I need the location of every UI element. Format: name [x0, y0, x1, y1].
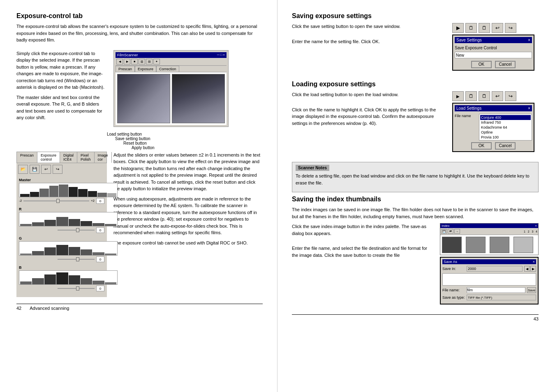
load-dialog-close[interactable]: ×	[528, 106, 530, 111]
g-slider-track: 0	[19, 256, 104, 262]
load-file-label: File name	[455, 114, 477, 118]
index-palette-title: Index	[442, 224, 450, 228]
tab-exposure-main[interactable]: Exposure control	[37, 152, 60, 163]
master-slider-thumb[interactable]	[56, 199, 60, 203]
scanner-preview-area	[117, 74, 225, 123]
master-value[interactable]: 0	[96, 198, 104, 204]
file-item-provia[interactable]: Provia 100	[480, 135, 531, 140]
load-toolbar-doc[interactable]: 🗒	[465, 91, 477, 101]
toolbar-btn-2[interactable]: ▶	[124, 59, 130, 65]
save-type-val: TIFF file (*.TIFF)	[468, 296, 492, 300]
toolbar-btn-4[interactable]: ▥	[139, 59, 145, 65]
save-as-close[interactable]: ×	[533, 260, 535, 264]
file-name-input[interactable]	[467, 287, 525, 293]
file-item-infrared[interactable]: Infrared 750	[480, 120, 531, 125]
tab-exposure[interactable]: Exposure	[135, 66, 156, 72]
reset-btn[interactable]: ↩	[41, 165, 51, 174]
g-slider-thumb[interactable]	[76, 257, 79, 261]
save-toolbar-doc2[interactable]: 🗒	[479, 23, 490, 33]
g-value[interactable]: 0	[96, 256, 104, 262]
hbar	[105, 224, 116, 226]
hbar	[56, 245, 68, 255]
load-toolbar-undo[interactable]: ↩	[492, 91, 503, 101]
save-in-btn1[interactable]: ◀	[524, 266, 530, 272]
para-col2-p3: The exposure control tab cannot be used …	[113, 240, 263, 247]
index-thumb-4[interactable]	[513, 237, 533, 253]
toolbar-btn-5[interactable]: ▤	[146, 59, 153, 65]
index-btn-2[interactable]: ⇄	[448, 229, 453, 234]
exposure-section: Prescan Exposure control Digital ICE4 Pi…	[16, 152, 263, 297]
file-item-kodachrome[interactable]: Kodachrome 64	[480, 125, 531, 130]
save-dialog-title: Save Settings	[456, 38, 482, 42]
index-thumb-3[interactable]	[490, 237, 509, 253]
apply-btn[interactable]: ↪	[53, 165, 62, 174]
save-dialog-cancel[interactable]: Cancel	[495, 61, 516, 68]
tab-digital[interactable]: Digital ICE4	[60, 152, 77, 163]
index-thumb-1[interactable]	[442, 237, 462, 253]
toolbar-btn-1[interactable]: ◀	[116, 59, 123, 65]
section1-content: Click the save setting button to open th…	[292, 23, 539, 71]
g-slider-line[interactable]	[58, 259, 95, 260]
right-page-footer: 43	[292, 314, 539, 321]
load-dialog-title: Load Settings	[456, 106, 481, 111]
annot-save-label: Save setting button	[115, 136, 150, 141]
file-item-conjure[interactable]: Conjure 400	[480, 115, 531, 120]
toolbar-btn-3[interactable]: ■	[131, 59, 138, 65]
hbar	[92, 281, 104, 284]
load-toolbar-arrow[interactable]: ▶	[452, 91, 464, 101]
save-btn[interactable]: 💾	[30, 165, 39, 174]
save-btn-main[interactable]: Save	[527, 287, 536, 293]
right-page-num: 43	[534, 316, 539, 321]
load-dialog-cancel[interactable]: Cancel	[495, 142, 516, 150]
save-toolbar-doc[interactable]: 🗒	[465, 23, 477, 33]
save-toolbar-undo[interactable]: ↩	[492, 23, 503, 33]
load-btn[interactable]: 📂	[18, 165, 28, 174]
tab-prescan-main[interactable]: Prescan	[17, 152, 37, 163]
b-slider-line[interactable]	[58, 288, 95, 289]
save-toolbar-arrow[interactable]: ▶	[452, 23, 464, 33]
scanner-notes-title: Scanner Notes	[296, 165, 329, 171]
hbar	[81, 249, 92, 255]
annot-load: Load setting button	[107, 132, 263, 136]
r-value[interactable]: 0	[96, 227, 104, 233]
master-slider-line[interactable]	[23, 201, 89, 201]
para-col1-p1: Simply click the exposure-control tab to…	[16, 50, 107, 91]
close-icon: ×	[223, 53, 225, 57]
load-toolbar-redo[interactable]: ↪	[505, 91, 516, 101]
left-title: Exposure-control tab	[16, 12, 263, 20]
tab-prescan[interactable]: Prescan	[116, 66, 135, 72]
toolbar-btn-6[interactable]: ✦	[153, 59, 160, 65]
r-slider-line[interactable]	[58, 230, 95, 231]
scanner-ui-mockup: FilmScanner ─ □ × ◀ ▶ ■ ▥ ▤ ✦	[113, 50, 229, 127]
annotation-area: Load setting button Save setting button …	[82, 132, 263, 150]
save-in-btn2[interactable]: ▶	[530, 266, 536, 272]
save-dialog-close[interactable]: ×	[528, 38, 530, 42]
save-dialog-ok[interactable]: OK	[471, 61, 492, 68]
g-histogram-bars	[19, 242, 117, 255]
load-toolbar-doc2[interactable]: 🗒	[479, 91, 490, 101]
file-item-optline[interactable]: Optline	[480, 130, 531, 135]
para-col2-p2: When using autoexposure, adjustments are…	[113, 196, 263, 236]
section3-p2: Click the save index-image button in the…	[292, 223, 433, 237]
save-dialog-input[interactable]	[455, 52, 532, 58]
load-dialog-ok[interactable]: OK	[471, 142, 492, 150]
tab-correction[interactable]: Correction	[156, 66, 179, 72]
tab-pixel[interactable]: Pixel Polish	[77, 152, 95, 163]
r-slider-thumb[interactable]	[76, 228, 79, 232]
hbar	[88, 191, 97, 196]
index-thumb-2[interactable]	[466, 237, 486, 253]
section1-p2: Enter the name for the setting file. Cli…	[292, 38, 446, 45]
left-text-col-1: Simply click the exposure-control tab to…	[16, 50, 107, 127]
index-palette-close[interactable]: ×	[535, 224, 537, 228]
tab-image-cor[interactable]: Image cor	[95, 152, 112, 163]
index-btn-1[interactable]: 💾	[441, 229, 447, 234]
b-value[interactable]: 0	[96, 286, 104, 291]
section-loading-exposure: Loading exposure settings Click the load…	[292, 81, 539, 152]
index-btn-3[interactable]: →	[454, 229, 460, 234]
save-toolbar-redo[interactable]: ↪	[505, 23, 516, 33]
b-histogram-bars	[19, 271, 117, 284]
save-type-select[interactable]: TIFF file (*.TIFF)	[467, 295, 536, 300]
section3-text: Click the save index-image button in the…	[292, 223, 433, 304]
b-slider-thumb[interactable]	[76, 286, 79, 291]
save-in-control[interactable]: 2000	[467, 266, 523, 272]
